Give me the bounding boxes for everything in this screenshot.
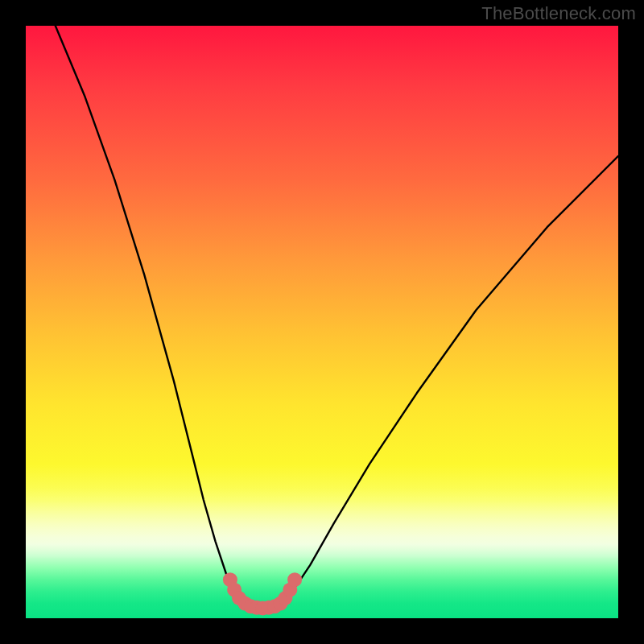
bottleneck-curve: [56, 26, 618, 609]
svg-point-2: [232, 591, 246, 605]
svg-point-1: [227, 583, 242, 597]
curve-layer: [26, 26, 618, 618]
svg-point-5: [250, 601, 264, 615]
svg-point-10: [278, 591, 292, 605]
svg-point-6: [255, 601, 270, 616]
svg-point-4: [244, 599, 258, 613]
svg-point-11: [283, 583, 297, 597]
svg-point-8: [267, 599, 282, 613]
svg-point-0: [223, 572, 237, 587]
haze-band: [26, 488, 618, 559]
svg-point-12: [287, 572, 302, 587]
svg-point-3: [237, 597, 252, 611]
watermark-text: TheBottleneck.com: [481, 3, 636, 24]
plot-area: [26, 26, 618, 618]
chart-frame: TheBottleneck.com: [0, 0, 644, 644]
svg-point-7: [262, 601, 276, 615]
svg-point-9: [274, 597, 288, 611]
highlight-dots: [223, 572, 302, 615]
